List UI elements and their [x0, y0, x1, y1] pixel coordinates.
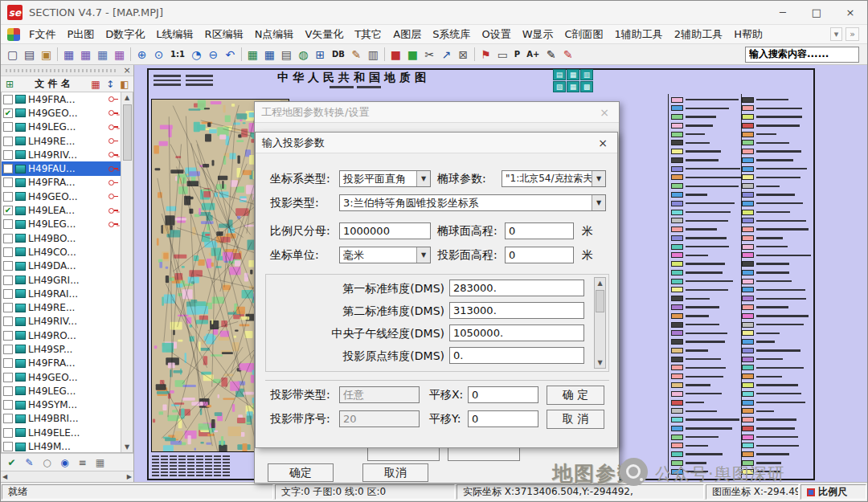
- map-grid-4-button[interactable]: ▧: [553, 81, 566, 92]
- symbol-red-icon[interactable]: ■: [387, 47, 404, 63]
- ellipsoid-select[interactable]: "1:北京54/克拉索夫 ▼: [502, 170, 606, 187]
- coord-unit-select[interactable]: 毫米 ▼: [339, 247, 431, 263]
- checkbox[interactable]: [3, 303, 13, 312]
- tree-item[interactable]: LH49RO...: [2, 329, 121, 342]
- menu-item-A图层[interactable]: A图层: [387, 26, 427, 43]
- map-grid-2-button[interactable]: ▦: [567, 69, 579, 80]
- ellipsoid-height-input[interactable]: [505, 222, 574, 239]
- palette-icon[interactable]: ◧: [118, 78, 131, 91]
- sidebar-hscroll[interactable]: ◀ ▶: [1, 471, 133, 482]
- tree-item[interactable]: LH49RIV...: [2, 315, 121, 329]
- menu-item-P出图[interactable]: P出图: [61, 26, 100, 43]
- map-grid-3-button[interactable]: ▥: [580, 69, 593, 80]
- checkbox[interactable]: [3, 150, 13, 160]
- tree-item[interactable]: H49GEO...: [2, 370, 121, 384]
- clipboard-icon[interactable]: ▥: [365, 47, 382, 63]
- checkbox[interactable]: [3, 400, 13, 410]
- checkbox[interactable]: [3, 345, 13, 354]
- menu-item-N点编辑[interactable]: N点编辑: [249, 26, 300, 43]
- menu-item-2辅助工具[interactable]: 2辅助工具: [669, 26, 728, 43]
- scroll-down-icon[interactable]: ▼: [125, 442, 129, 452]
- list-tool-icon[interactable]: ≡: [76, 455, 89, 469]
- shift-y-input[interactable]: [468, 410, 538, 427]
- menu-item-V矢量化[interactable]: V矢量化: [299, 26, 349, 43]
- tree-item[interactable]: LH49M...: [2, 439, 121, 452]
- zoom-in-icon[interactable]: ⊕: [133, 47, 150, 63]
- projection-type-select[interactable]: 3:兰伯特等角圆锥投影坐标系 ▼: [339, 194, 606, 211]
- checkbox[interactable]: [3, 373, 13, 382]
- grid-tool-icon[interactable]: ▦: [93, 455, 107, 469]
- tree-item[interactable]: LH49SP...: [2, 342, 121, 356]
- close-button[interactable]: ×: [833, 1, 867, 24]
- zoom-center-icon[interactable]: ⊙: [150, 47, 167, 63]
- undo-icon[interactable]: ↶: [222, 47, 239, 63]
- map-params-cancel-button[interactable]: 取消: [362, 463, 428, 482]
- checkbox[interactable]: [3, 122, 13, 132]
- tree-item[interactable]: LH49CO...: [2, 245, 121, 259]
- checkbox[interactable]: [3, 358, 13, 368]
- layer-control-icon[interactable]: ▦: [89, 78, 102, 91]
- tree-item[interactable]: H49FRA...: [2, 92, 121, 106]
- menu-item-F文件[interactable]: F文件: [23, 26, 61, 43]
- scroll-right-icon[interactable]: ▶: [127, 473, 132, 480]
- second-parallel-input[interactable]: [449, 302, 584, 319]
- new-report-icon[interactable]: ▤: [21, 47, 38, 63]
- font-size-icon[interactable]: A+: [523, 47, 542, 63]
- cancel-button[interactable]: 取 消: [547, 410, 604, 429]
- tree-item[interactable]: LH49DA...: [2, 259, 121, 273]
- tree-item[interactable]: LH49ELE...: [2, 426, 121, 439]
- checkbox[interactable]: [3, 164, 13, 173]
- pen-red-icon[interactable]: ✎: [559, 47, 576, 63]
- search-input[interactable]: [745, 47, 859, 63]
- tree-item[interactable]: H49LEG...: [2, 120, 121, 134]
- first-parallel-input[interactable]: [449, 280, 584, 296]
- menu-overflow-more-icon[interactable]: »: [845, 27, 859, 41]
- tree-scrollbar[interactable]: ▲ ▼: [121, 92, 133, 452]
- map-grid-5-button[interactable]: ▦: [567, 81, 579, 92]
- tree-item[interactable]: LH49RE...: [2, 300, 121, 314]
- chevron-down-icon[interactable]: ▼: [416, 247, 430, 263]
- open-project-icon[interactable]: ▣: [38, 47, 55, 63]
- checkbox[interactable]: [3, 442, 13, 451]
- tree-item[interactable]: H49SYM...: [2, 398, 121, 412]
- origin-latitude-input[interactable]: [449, 347, 584, 364]
- checkbox[interactable]: [3, 192, 13, 202]
- checkbox[interactable]: [3, 178, 13, 187]
- menu-item-R区编辑[interactable]: R区编辑: [199, 26, 249, 43]
- checkbox[interactable]: [3, 386, 13, 396]
- save-icon[interactable]: ▦: [60, 47, 77, 63]
- tree-item[interactable]: LH49RE...: [2, 134, 121, 148]
- layer-list-icon[interactable]: ▤: [278, 47, 295, 63]
- grid-view-icon[interactable]: ⊞: [312, 47, 329, 63]
- menu-item-W显示[interactable]: W显示: [517, 26, 559, 43]
- projection-height-input[interactable]: [505, 247, 574, 263]
- scroll-down-icon[interactable]: ▼: [597, 357, 602, 368]
- tree-item[interactable]: ✔H49LEA...: [2, 203, 121, 217]
- edit-pencil-icon[interactable]: ✎: [23, 455, 36, 469]
- checkbox[interactable]: [3, 289, 13, 299]
- scroll-left-icon[interactable]: ◀: [2, 473, 7, 480]
- menu-item-1辅助工具[interactable]: 1辅助工具: [609, 26, 669, 43]
- database-icon[interactable]: DB: [329, 47, 348, 63]
- zoom-1-1-icon[interactable]: 1:1: [167, 47, 188, 63]
- menu-item-H帮助[interactable]: H帮助: [728, 26, 768, 43]
- scroll-up-icon[interactable]: ▲: [597, 278, 602, 288]
- tree-item[interactable]: H49FRA...: [2, 357, 121, 370]
- tree-item[interactable]: H49LEG...: [2, 218, 121, 231]
- maximize-button[interactable]: □: [800, 1, 833, 24]
- scale-denominator-input[interactable]: [339, 222, 431, 239]
- print-page-icon[interactable]: ▭: [494, 47, 511, 63]
- attribute-table-icon[interactable]: ▦: [244, 47, 261, 63]
- ok-button[interactable]: 确 定: [547, 386, 604, 405]
- letter-p-icon[interactable]: P: [511, 47, 523, 63]
- chevron-down-icon[interactable]: ▼: [592, 195, 605, 210]
- menu-item-D数字化[interactable]: D数字化: [100, 26, 150, 43]
- tree-item[interactable]: H49LEG...: [2, 384, 121, 398]
- menu-item-S系统库[interactable]: S系统库: [427, 26, 476, 43]
- checkbox[interactable]: [3, 137, 13, 146]
- save-as-icon[interactable]: ▦: [77, 47, 94, 63]
- tree-item[interactable]: LH49BRI...: [2, 412, 121, 426]
- tree-item[interactable]: H49FAU...: [2, 161, 121, 175]
- chevron-down-icon[interactable]: ▼: [416, 171, 430, 186]
- menu-item-C剖面图[interactable]: C剖面图: [559, 26, 609, 43]
